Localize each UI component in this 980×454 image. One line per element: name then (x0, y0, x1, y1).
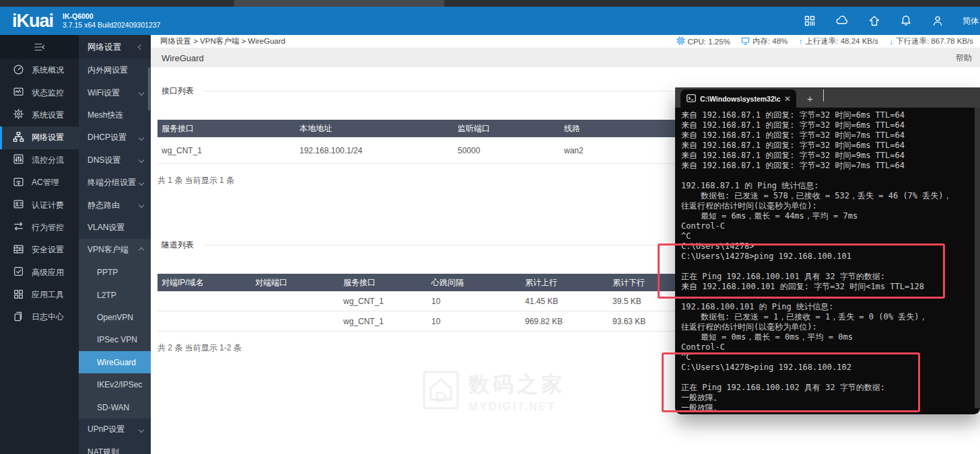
vpn-client-group: VPN客户端 PPTP L2TP OpenVPN IPSec VPN WireG… (79, 239, 151, 418)
collapse-menu-button[interactable] (0, 35, 79, 59)
sidebar-item-behavior[interactable]: 行为管控 (0, 217, 79, 239)
submenu-item-nat[interactable]: NAT规则 (79, 441, 151, 454)
sidebar-item-security[interactable]: 安全设置 (0, 239, 79, 261)
sidebar-item-auth[interactable]: 认证计费 (0, 194, 79, 216)
app-header: iKuai IK-Q6000 3.7.15 x64 Build202409301… (0, 7, 980, 35)
chevron-down-icon (139, 157, 144, 163)
sidebar-item-overview[interactable]: 系统概况 (0, 59, 79, 81)
submenu-item-wifi[interactable]: WiFi设置 (79, 81, 151, 104)
chevron-down-icon (139, 427, 144, 432)
submenu-item-terminal-group[interactable]: 终端分组设置 (79, 172, 151, 194)
secondary-sidebar: 网络设置 内外网设置 WiFi设置 Mesh快连 DHCP设置 DNS设置 终端… (79, 35, 151, 454)
chevron-down-icon (139, 202, 144, 208)
firewall-icon (13, 243, 24, 257)
sidebar-item-system[interactable]: 系统设置 (0, 104, 79, 126)
monitor-wave-icon (13, 86, 24, 100)
watermark-house-icon (423, 371, 459, 412)
close-icon[interactable]: ✕ (784, 94, 791, 104)
submenu-item-upnp[interactable]: UPnP设置 (79, 418, 151, 441)
submenu-item-ipsec-vpn[interactable]: IPSec VPN (79, 329, 151, 351)
submenu-item-ikev2[interactable]: IKEv2/IPSec (79, 373, 151, 395)
help-link[interactable]: 帮助 (956, 52, 972, 64)
sidebar-item-status[interactable]: 状态监控 (0, 81, 79, 104)
check-square-icon (13, 266, 24, 279)
section-title: 接口列表 (162, 85, 194, 97)
device-model: IK-Q6000 (63, 12, 160, 21)
watermark-cn: 数码之家 (468, 371, 565, 399)
submenu-item-pptp[interactable]: PPTP (79, 262, 151, 284)
home-icon[interactable] (868, 14, 881, 28)
system-stats: CPU: 1.25% 内存: 48% ↑ 上行速率: 48.24 KB/s ↓ … (676, 36, 973, 46)
terminal-tab-title: C:\Windows\system32\cmd.e (700, 95, 781, 103)
gauge-icon (13, 64, 24, 77)
sidebar-item-advanced[interactable]: 高级应用 (0, 262, 79, 284)
bell-icon[interactable] (899, 14, 913, 28)
chevron-down-icon (139, 90, 144, 96)
cloud-icon[interactable] (835, 14, 849, 28)
network-icon (13, 131, 24, 145)
submenu-scrollbar[interactable] (148, 67, 150, 110)
id-card-icon (13, 198, 24, 212)
cpu-chip-icon (676, 36, 685, 46)
page-title-bar: WireGuard 帮助 (151, 48, 980, 67)
submenu-item-vlan[interactable]: VLAN设置 (79, 217, 151, 239)
firmware-build: 3.7.15 x64 Build202409301237 (63, 21, 160, 30)
terminal-body[interactable]: 来自 192.168.87.1 的回复: 字节=32 时间=6ms TTL=64… (675, 108, 980, 414)
breadcrumb-bar: 网络设置 > VPN客户端 > WireGuard CPU: 1.25% 内存:… (151, 35, 980, 48)
chevron-down-icon (139, 180, 144, 185)
memory-stat: 内存: 48% (741, 36, 788, 46)
submenu-item-wan-lan[interactable]: 内外网设置 (79, 59, 151, 81)
terminal-window: C:\Windows\system32\cmd.e ✕ + 来自 192.168… (675, 87, 980, 414)
submenu-item-static-route[interactable]: 静态路由 (79, 194, 151, 216)
watermark-en: MYDIGIT.NET (468, 400, 565, 414)
section-title: 隧道列表 (162, 239, 194, 251)
header-actions: 简体 (803, 14, 980, 28)
user-icon[interactable] (931, 14, 944, 28)
submenu-item-l2tp[interactable]: L2TP (79, 284, 151, 306)
submenu-item-openvpn[interactable]: OpenVPN (79, 306, 151, 328)
cmd-icon (687, 93, 696, 105)
submenu-item-dhcp[interactable]: DHCP设置 (79, 126, 151, 149)
submenu-header[interactable]: 网络设置 (79, 35, 151, 59)
swap-arrows-icon (13, 221, 24, 234)
chevron-down-icon (139, 135, 144, 141)
access-point-icon (13, 176, 24, 190)
language-switch[interactable]: 简体 (963, 15, 979, 27)
cpu-stat: CPU: 1.25% (676, 36, 730, 46)
down-arrow-icon: ↓ (889, 37, 893, 46)
submenu-item-sdwan[interactable]: SD-WAN (79, 396, 151, 418)
sidebar-item-ac[interactable]: AC管理 (0, 172, 79, 194)
terminal-tab[interactable]: C:\Windows\system32\cmd.e ✕ (680, 89, 796, 108)
upload-stat: ↑ 上行速率: 48.24 KB/s (798, 36, 878, 46)
page-title: WireGuard (162, 53, 204, 63)
device-info: IK-Q6000 3.7.15 x64 Build202409301237 (63, 12, 160, 30)
primary-sidebar: 系统概况 状态监控 系统设置 网络设置 流控分流 AC管理 认证计费 行为管控 (0, 35, 79, 454)
gear-icon (13, 108, 24, 122)
terminal-scrollbar[interactable] (975, 108, 980, 408)
apps-grid-icon[interactable] (803, 14, 816, 28)
terminal-tab-bar: C:\Windows\system32\cmd.e ✕ + (675, 87, 980, 108)
browser-strip-segment (234, 0, 444, 7)
submenu-item-wireguard[interactable]: WireGuard (79, 351, 151, 373)
watermark: 数码之家 MYDIGIT.NET (423, 371, 565, 414)
chevron-left-icon (138, 44, 143, 50)
sidebar-item-qos[interactable]: 流控分流 (0, 149, 79, 172)
apps-icon (13, 289, 24, 302)
memory-monitor-icon (741, 36, 750, 46)
ikuai-logo: iKuai (12, 11, 53, 32)
new-tab-icon[interactable]: + (807, 93, 813, 104)
browser-strip (0, 0, 980, 7)
chevron-up-icon (139, 248, 144, 253)
breadcrumb: 网络设置 > VPN客户端 > WireGuard (160, 36, 285, 46)
sidebar-item-logs[interactable]: 日志中心 (0, 306, 79, 328)
chevron-down-icon[interactable] (823, 89, 824, 102)
submenu-item-vpn-client[interactable]: VPN客户端 (79, 239, 151, 261)
sidebar-item-tools[interactable]: 应用工具 (0, 284, 79, 306)
up-arrow-icon: ↑ (798, 37, 802, 46)
submenu-item-dns[interactable]: DNS设置 (79, 149, 151, 172)
submenu-item-mesh[interactable]: Mesh快连 (79, 104, 151, 126)
logs-icon (13, 311, 24, 324)
download-stat: ↓ 下行速率: 867.78 KB/s (889, 36, 973, 46)
sidebar-item-network[interactable]: 网络设置 (0, 126, 79, 149)
sliders-icon (13, 153, 24, 167)
